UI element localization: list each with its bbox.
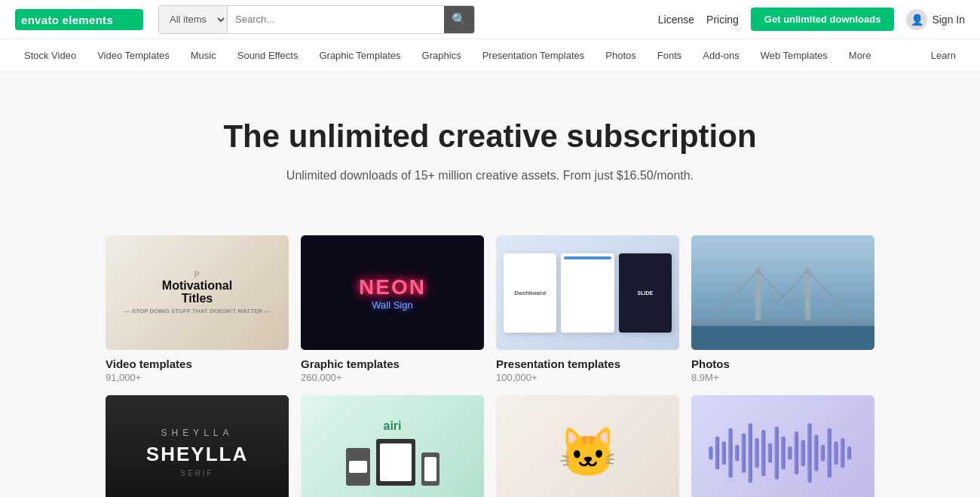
svg-rect-27: [821, 444, 825, 461]
sign-in-label: Sign In: [932, 14, 965, 26]
svg-rect-24: [801, 440, 805, 466]
svg-rect-13: [728, 428, 732, 477]
svg-rect-10: [709, 446, 712, 459]
category-count: 8.9M+: [691, 372, 874, 383]
category-photos[interactable]: Photos 8.9M+: [691, 235, 874, 383]
svg-rect-23: [795, 431, 798, 474]
pricing-link[interactable]: Pricing: [706, 14, 739, 26]
category-count: 91,000+: [106, 372, 289, 383]
svg-rect-16: [749, 423, 752, 483]
search-category-dropdown[interactable]: All items: [159, 6, 228, 33]
secondary-nav: Stock Video Video Templates Music Sound …: [0, 39, 980, 72]
svg-rect-8: [691, 321, 874, 326]
license-link[interactable]: License: [658, 14, 694, 26]
svg-rect-12: [722, 441, 726, 465]
hero-subtitle: Unlimited downloads of 15+ million creat…: [15, 169, 965, 183]
svg-rect-26: [814, 434, 818, 471]
search-bar: All items 🔍: [158, 5, 475, 34]
logo[interactable]: envato elements: [15, 9, 143, 30]
category-3d[interactable]: 🐱 3D 200,000+: [496, 395, 679, 497]
category-video-templates[interactable]: P MotivationalTitles — STOP DOING STUFF …: [106, 235, 289, 383]
svg-rect-14: [735, 444, 739, 461]
search-button[interactable]: 🔍: [444, 6, 474, 33]
get-unlimited-button[interactable]: Get unlimited downloads: [751, 8, 895, 31]
category-name: Photos: [691, 357, 874, 370]
hero-title: The unlimited creative subscription: [188, 118, 792, 155]
nav-graphic-templates[interactable]: Graphic Templates: [310, 39, 409, 72]
svg-rect-15: [742, 433, 746, 472]
category-name: Presentation templates: [496, 357, 679, 370]
nav-graphics[interactable]: Graphics: [413, 39, 470, 72]
svg-rect-28: [828, 428, 831, 477]
nav-learn[interactable]: Learn: [922, 39, 965, 72]
categories-grid: P MotivationalTitles — STOP DOING STUFF …: [90, 235, 890, 497]
nav-presentation-templates[interactable]: Presentation Templates: [473, 39, 594, 72]
nav-add-ons[interactable]: Add-ons: [694, 39, 748, 72]
svg-rect-21: [781, 436, 785, 469]
nav-video-templates[interactable]: Video Templates: [88, 39, 179, 72]
svg-rect-11: [715, 436, 719, 469]
svg-rect-31: [847, 446, 851, 459]
nav-stock-video[interactable]: Stock Video: [15, 39, 85, 72]
svg-rect-29: [834, 441, 838, 465]
category-fonts[interactable]: SHEYLLA SHEYLLA serif Fonts 41,000+: [106, 395, 289, 497]
svg-rect-22: [788, 446, 792, 459]
nav-fonts[interactable]: Fonts: [648, 39, 691, 72]
nav-music[interactable]: Music: [182, 39, 225, 72]
svg-rect-18: [761, 430, 765, 476]
envato-logo: envato elements: [15, 9, 143, 30]
sign-in-wrap[interactable]: 👤 Sign In: [906, 9, 965, 30]
hero-section: The unlimited creative subscription Unli…: [0, 72, 980, 213]
svg-rect-25: [807, 423, 811, 483]
category-name: Graphic templates: [301, 357, 484, 370]
person-icon: 👤: [911, 14, 923, 26]
category-count: 260,000+: [301, 372, 484, 383]
svg-rect-30: [841, 438, 844, 468]
svg-rect-19: [768, 443, 772, 462]
search-input[interactable]: [228, 6, 444, 33]
top-links: License Pricing Get unlimited downloads …: [658, 8, 965, 31]
top-bar: envato elements All items 🔍 License Pric…: [0, 0, 980, 39]
svg-rect-20: [775, 426, 779, 479]
category-wordpress[interactable]: airi WordPress 6,400+: [301, 395, 484, 497]
avatar: 👤: [906, 9, 927, 30]
3d-figure: 🐱: [558, 425, 618, 481]
svg-rect-17: [755, 438, 758, 468]
nav-more[interactable]: More: [840, 39, 880, 72]
category-name: Video templates: [106, 357, 289, 370]
category-presentation-templates[interactable]: Dashboard SLIDE Presentation templates 1…: [496, 235, 679, 383]
search-icon: 🔍: [452, 12, 467, 26]
svg-rect-9: [691, 327, 874, 351]
category-count: 100,000+: [496, 372, 679, 383]
nav-sound-effects[interactable]: Sound Effects: [228, 39, 308, 72]
nav-web-templates[interactable]: Web Templates: [752, 39, 837, 72]
nav-photos[interactable]: Photos: [596, 39, 645, 72]
category-royalty-free-music[interactable]: Royalty-Free Music 140,000+: [691, 395, 874, 497]
category-graphic-templates[interactable]: NEON Wall Sign Graphic templates 260,000…: [301, 235, 484, 383]
svg-text:envato elements: envato elements: [21, 14, 113, 26]
